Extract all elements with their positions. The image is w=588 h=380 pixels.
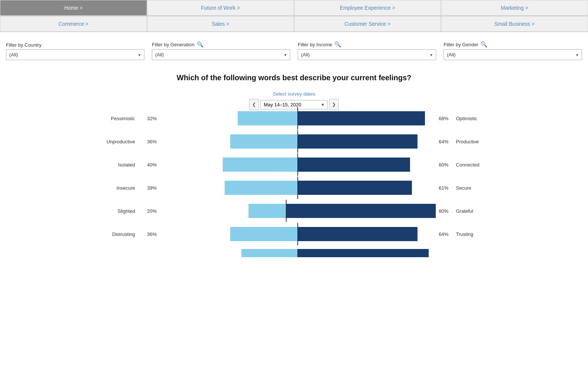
date-select-label: Select survey dates — [273, 91, 315, 97]
filter-gender-select[interactable]: (All) — [444, 49, 582, 60]
bars-area-1 — [160, 130, 436, 153]
label-left-2: Isolated — [89, 162, 141, 168]
bars-area-2 — [160, 153, 436, 176]
pct-left-0: 32% — [141, 116, 160, 121]
label-right-0: Optimistic — [454, 116, 499, 121]
filter-gender-label: Filter by Gender 🔍 — [444, 41, 582, 48]
chart-row-3: Insecure 39% 61% Secure — [89, 180, 499, 196]
label-right-4: Grateful — [454, 208, 499, 214]
nav-customer-service[interactable]: Customer Service > — [294, 16, 441, 32]
pct-right-2: 60% — [436, 162, 454, 168]
pct-left-4: 20% — [141, 208, 160, 214]
filter-income-label: Filter by Income 🔍 — [298, 41, 436, 48]
chart-row-0: Pessimistic 32% 68% Optimistic — [89, 110, 499, 127]
chart-container: Pessimistic 32% 68% Optimistic Unproduct… — [89, 110, 499, 257]
bar-left-1 — [230, 134, 297, 149]
chart-section: Which of the following words best descri… — [0, 66, 588, 279]
chart-row-5: Distrusting 36% 64% Trusting — [89, 226, 499, 242]
label-right-1: Productive — [454, 139, 499, 144]
nav-employee-experience[interactable]: Employee Experience > — [294, 0, 441, 16]
filters-section: Filter by Country (All) Filter by Genera… — [0, 32, 588, 66]
gender-search-icon: 🔍 — [481, 41, 488, 48]
pct-right-5: 64% — [436, 231, 454, 237]
filter-country-label: Filter by Country — [6, 42, 144, 48]
bar-left-3 — [225, 181, 297, 195]
nav-marketing[interactable]: Marketing > — [441, 0, 588, 16]
pct-right-1: 64% — [436, 139, 454, 144]
bars-area-0 — [160, 107, 436, 130]
filter-income-select[interactable]: (All) — [298, 49, 436, 60]
nav-small-business[interactable]: Small Business > — [441, 16, 588, 32]
chart-row-6 — [89, 249, 499, 257]
bars-area-5 — [160, 223, 436, 245]
chart-row-4: Slighted 20% 80% Grateful — [89, 203, 499, 219]
nav-row-1: Home > Future of Work > Employee Experie… — [0, 0, 588, 16]
label-left-3: Insecure — [89, 185, 141, 191]
filter-generation-wrapper: (All) — [152, 49, 290, 60]
filter-gender-wrapper: (All) — [444, 49, 582, 60]
chart-row-1: Unproductive 36% 64% Productive — [89, 133, 499, 150]
filter-income-group: Filter by Income 🔍 (All) — [298, 41, 436, 60]
nav-row-2: Commerce > Sales > Customer Service > Sm… — [0, 16, 588, 32]
bar-right-3 — [298, 181, 412, 195]
filter-country-group: Filter by Country (All) — [6, 42, 144, 60]
filter-generation-group: Filter by Generation 🔍 (All) — [152, 41, 290, 60]
bar-right-0 — [298, 111, 425, 125]
label-right-3: Secure — [454, 185, 499, 191]
nav-home[interactable]: Home > — [0, 0, 147, 16]
label-left-4: Slighted — [89, 208, 141, 214]
income-search-icon: 🔍 — [334, 41, 341, 48]
bar-right-5 — [298, 227, 417, 241]
filter-country-wrapper: (All) — [6, 49, 144, 60]
label-left-1: Unproductive — [89, 139, 141, 144]
pct-right-4: 80% — [436, 208, 454, 214]
bar-right-1 — [298, 134, 417, 149]
filter-income-wrapper: (All) — [298, 49, 436, 60]
nav-commerce[interactable]: Commerce > — [0, 16, 147, 32]
chart-row-2: Isolated 40% 60% Connected — [89, 156, 499, 173]
pct-left-5: 36% — [141, 231, 160, 237]
bars-area-4 — [160, 200, 436, 222]
label-left-5: Distrusting — [89, 231, 141, 237]
label-left-0: Pessimistic — [89, 116, 141, 121]
filter-generation-label: Filter by Generation 🔍 — [152, 41, 290, 48]
label-right-5: Trusting — [454, 231, 499, 237]
chart-title: Which of the following words best descri… — [15, 74, 573, 82]
bar-left-5 — [230, 227, 297, 241]
pct-left-3: 39% — [141, 185, 160, 191]
bar-right-4 — [287, 204, 436, 218]
pct-left-1: 36% — [141, 139, 160, 144]
filter-generation-select[interactable]: (All) — [152, 49, 290, 60]
bar-right-2 — [298, 158, 410, 172]
bar-left-4 — [248, 204, 286, 218]
pct-right-3: 61% — [436, 185, 454, 191]
filter-country-select[interactable]: (All) — [6, 49, 144, 60]
label-right-2: Connected — [454, 162, 499, 168]
generation-search-icon: 🔍 — [197, 41, 204, 48]
bar-left-0 — [238, 111, 297, 125]
bars-area-3 — [160, 177, 436, 199]
filter-gender-group: Filter by Gender 🔍 (All) — [444, 41, 582, 60]
nav-sales[interactable]: Sales > — [147, 16, 294, 32]
bar-left-2 — [223, 158, 297, 172]
pct-right-0: 68% — [436, 116, 454, 121]
pct-left-2: 40% — [141, 162, 160, 168]
nav-future-of-work[interactable]: Future of Work > — [147, 0, 294, 16]
